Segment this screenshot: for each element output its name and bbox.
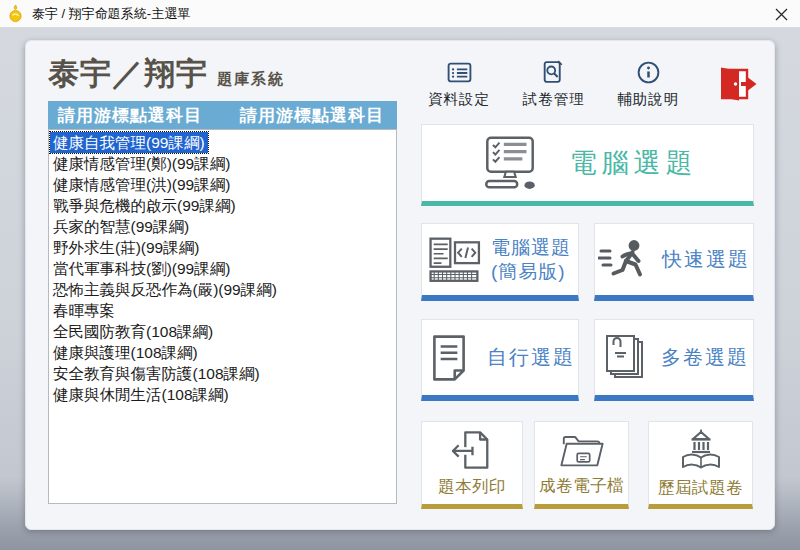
subject-item[interactable]: 野外求生(莊)(99課綱) bbox=[50, 237, 202, 258]
computer-select-simple-label: 電腦選題 (簡易版) bbox=[491, 236, 571, 284]
subject-item[interactable]: 安全教育與傷害防護(108課綱) bbox=[50, 363, 263, 384]
exit-door-icon bbox=[712, 60, 758, 108]
subjects-list[interactable]: 健康自我管理(99課綱) 健康情感管理(鄭)(99課綱) 健康情感管理(洪)(9… bbox=[48, 129, 397, 504]
logo-main-text: 泰宇／翔宇 bbox=[48, 56, 208, 91]
quick-select-button[interactable]: 快速選題 bbox=[594, 223, 754, 301]
logo-sub-text: 題庫系統 bbox=[217, 70, 285, 87]
close-icon bbox=[775, 8, 788, 21]
simple-label-line1: 電腦選題 bbox=[491, 236, 571, 260]
bank-book-icon bbox=[678, 428, 724, 472]
table-list-icon bbox=[446, 59, 473, 86]
stacked-papers-icon bbox=[599, 333, 649, 383]
print-booklet-label: 題本列印 bbox=[438, 476, 506, 498]
runner-icon bbox=[598, 237, 650, 283]
help-button[interactable]: 輔助說明 bbox=[617, 59, 679, 109]
computer-select-simple-button[interactable]: 電腦選題 (簡易版) bbox=[421, 223, 579, 301]
subject-item[interactable]: 戰爭與危機的啟示(99課綱) bbox=[50, 195, 239, 216]
paper-efile-label: 成卷電子檔 bbox=[539, 475, 624, 497]
document-lines-icon bbox=[425, 334, 473, 382]
past-papers-button[interactable]: 歷屆試題卷 bbox=[648, 421, 753, 509]
subject-row: 健康與休閒生活(108課綱) bbox=[50, 384, 395, 405]
computer-select-label: 電腦選題 bbox=[570, 145, 698, 181]
subject-row: 健康與護理(108課綱) bbox=[50, 342, 395, 363]
subject-row: 兵家的智慧(99課綱) bbox=[50, 216, 395, 237]
document-search-icon bbox=[540, 59, 567, 86]
subject-item[interactable]: 兵家的智慧(99課綱) bbox=[50, 216, 192, 237]
subject-row: 健康自我管理(99課綱) bbox=[50, 132, 395, 153]
subjects-header-text-repeat: 請用游標點選科目 bbox=[240, 104, 384, 127]
self-select-label: 自行選題 bbox=[487, 344, 575, 371]
subject-row: 安全教育與傷害防護(108課綱) bbox=[50, 363, 395, 384]
subject-item[interactable]: 當代軍事科技(劉)(99課綱) bbox=[50, 258, 233, 279]
computer-checklist-icon bbox=[478, 136, 542, 190]
subject-row: 野外求生(莊)(99課綱) bbox=[50, 237, 395, 258]
subject-item[interactable]: 健康情感管理(鄭)(99課綱) bbox=[50, 153, 233, 174]
export-document-icon bbox=[450, 429, 494, 471]
toolbar: 資料設定 試卷管理 bbox=[428, 57, 758, 109]
help-label: 輔助說明 bbox=[617, 90, 679, 109]
data-settings-label: 資料設定 bbox=[428, 90, 490, 109]
subject-row: 健康情感管理(鄭)(99課綱) bbox=[50, 153, 395, 174]
past-papers-label: 歷屆試題卷 bbox=[658, 477, 743, 499]
computer-select-button[interactable]: 電腦選題 bbox=[421, 124, 754, 206]
print-booklet-button[interactable]: 題本列印 bbox=[421, 421, 523, 509]
subject-row: 恐怖主義與反恐作為(嚴)(99課綱) bbox=[50, 279, 395, 300]
subjects-header: 請用游標點選科目 請用游標點選科目 bbox=[48, 101, 397, 129]
subject-item-selected[interactable]: 健康自我管理(99課綱) bbox=[50, 132, 208, 153]
subject-row: 健康情感管理(洪)(99課綱) bbox=[50, 174, 395, 195]
subject-item[interactable]: 健康與護理(108課綱) bbox=[50, 342, 201, 363]
self-select-button[interactable]: 自行選題 bbox=[421, 319, 579, 401]
titlebar: 泰宇 / 翔宇命題系統-主選單 bbox=[0, 0, 800, 28]
subject-item[interactable]: 健康情感管理(洪)(99課綱) bbox=[50, 174, 233, 195]
window-title: 泰宇 / 翔宇命題系統-主選單 bbox=[32, 5, 190, 23]
subject-row: 春暉專案 bbox=[50, 300, 395, 321]
computer-code-icon bbox=[429, 237, 481, 283]
subject-row: 當代軍事科技(劉)(99課綱) bbox=[50, 258, 395, 279]
info-circle-icon bbox=[635, 59, 662, 86]
app-icon bbox=[7, 4, 25, 24]
exit-button[interactable] bbox=[712, 60, 758, 109]
multi-select-label: 多卷選題 bbox=[661, 344, 749, 371]
multi-select-button[interactable]: 多卷選題 bbox=[594, 319, 754, 401]
subject-row: 戰爭與危機的啟示(99課綱) bbox=[50, 195, 395, 216]
main-panel: 泰宇／翔宇題庫系統 資料設定 bbox=[25, 40, 775, 530]
subject-row: 全民國防教育(108課綱) bbox=[50, 321, 395, 342]
app-logo: 泰宇／翔宇題庫系統 bbox=[48, 53, 285, 95]
simple-label-line2: (簡易版) bbox=[491, 260, 566, 284]
close-button[interactable] bbox=[768, 2, 794, 26]
open-folder-icon bbox=[559, 430, 605, 470]
paper-efile-button[interactable]: 成卷電子檔 bbox=[534, 421, 629, 509]
subject-item[interactable]: 健康與休閒生活(108課綱) bbox=[50, 384, 232, 405]
app-window: 泰宇 / 翔宇命題系統-主選單 泰宇／翔宇題庫系統 bbox=[0, 0, 800, 550]
subject-item[interactable]: 全民國防教育(108課綱) bbox=[50, 321, 216, 342]
subject-item[interactable]: 春暉專案 bbox=[50, 300, 118, 321]
window-body: 泰宇／翔宇題庫系統 資料設定 bbox=[0, 28, 800, 550]
data-settings-button[interactable]: 資料設定 bbox=[428, 59, 490, 109]
paper-management-label: 試卷管理 bbox=[523, 90, 585, 109]
paper-management-button[interactable]: 試卷管理 bbox=[523, 59, 585, 109]
subjects-header-text: 請用游標點選科目 bbox=[58, 104, 202, 127]
subject-item[interactable]: 恐怖主義與反恐作為(嚴)(99課綱) bbox=[50, 279, 280, 300]
quick-select-label: 快速選題 bbox=[662, 246, 750, 273]
